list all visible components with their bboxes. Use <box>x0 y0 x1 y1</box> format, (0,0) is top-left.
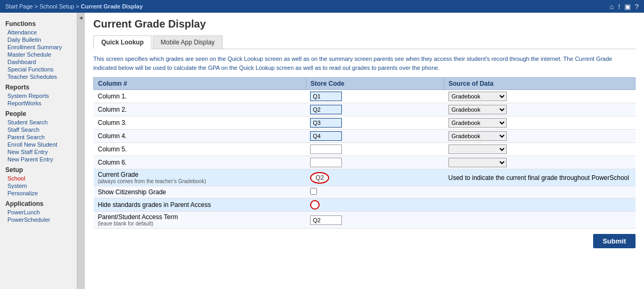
sidebar-item-special-functions[interactable]: Special Functions <box>0 66 84 73</box>
table-row: Column 6. Gradebook Historical <box>94 156 636 169</box>
hide-standards-label: Hide standards grades in Parent Access <box>94 198 306 212</box>
col-header-column: Column # <box>94 78 306 90</box>
col6-store-input[interactable] <box>310 158 342 167</box>
sidebar-item-system-reports[interactable]: System Reports <box>0 92 84 100</box>
col6-source-cell: Gradebook Historical <box>444 156 636 169</box>
col5-label: Column 5. <box>94 143 306 156</box>
col4-label: Column 4. <box>94 130 306 143</box>
col-header-store-code: Store Code <box>306 78 444 90</box>
sidebar-item-reportworks[interactable]: ReportWorks <box>0 100 84 107</box>
sidebar-item-powerlunch[interactable]: PowerLunch <box>0 209 84 216</box>
table-row: Column 3. Gradebook Historical <box>94 116 636 130</box>
col1-source-cell: Gradebook Historical <box>444 90 636 103</box>
current-grade-circle: Q2 <box>310 172 329 184</box>
sidebar: ◄ Functions Attendance Daily Bulletin En… <box>0 13 85 289</box>
submit-button[interactable]: Submit <box>593 234 636 248</box>
col6-store-cell <box>306 156 444 169</box>
print-icon[interactable]: ▣ <box>624 3 631 11</box>
sidebar-item-enroll-new-student[interactable]: Enroll New Student <box>0 141 84 148</box>
sidebar-section-setup: Setup <box>0 163 84 175</box>
col4-store-cell <box>306 130 444 143</box>
top-bar-icons: ⌂ ! ▣ ? <box>610 3 639 11</box>
sidebar-item-staff-search[interactable]: Staff Search <box>0 126 84 133</box>
sidebar-item-enrollment-summary[interactable]: Enrollment Summary <box>0 43 84 51</box>
table-row: Column 4. Gradebook Historical <box>94 130 636 143</box>
sidebar-item-parent-search[interactable]: Parent Search <box>0 133 84 141</box>
col1-label: Column 1. <box>94 90 306 103</box>
access-term-store-cell <box>306 212 444 229</box>
hide-standards-cell <box>306 198 444 212</box>
col5-source-select[interactable]: Gradebook Historical <box>448 144 507 154</box>
sidebar-section-reports: Reports <box>0 80 84 92</box>
table-row: Column 2. Gradebook Historical <box>94 103 636 116</box>
col4-store-input[interactable] <box>310 131 342 141</box>
col3-store-cell <box>306 116 444 130</box>
hide-standards-circle-checkbox[interactable] <box>310 200 320 210</box>
breadcrumb-start[interactable]: Start Page <box>5 3 33 10</box>
col4-source-select[interactable]: Gradebook Historical <box>448 131 507 141</box>
col2-store-input[interactable] <box>310 105 342 114</box>
main-layout: ◄ Functions Attendance Daily Bulletin En… <box>0 13 644 289</box>
breadcrumb-current: Current Grade Display <box>81 3 143 10</box>
submit-row: Submit <box>93 229 636 250</box>
col3-source-cell: Gradebook Historical <box>444 116 636 130</box>
content-area: Current Grade Display Quick Lookup Mobil… <box>85 13 644 289</box>
show-citizenship-label: Show Citizenship Grade <box>94 186 306 198</box>
col2-source-select[interactable]: Gradebook Historical <box>448 105 507 114</box>
table-row: Column 5. Gradebook Historical <box>94 143 636 156</box>
help-icon[interactable]: ? <box>635 3 639 11</box>
current-grade-label: Current Grade (always comes from the tea… <box>94 169 306 186</box>
sidebar-item-attendance[interactable]: Attendance <box>0 29 84 36</box>
sidebar-collapse-button[interactable]: ◄ <box>77 13 84 289</box>
tab-mobile-app-display[interactable]: Mobile App Display <box>153 35 223 49</box>
col2-label: Column 2. <box>94 103 306 116</box>
col1-store-cell <box>306 90 444 103</box>
show-citizenship-checkbox[interactable] <box>310 188 317 195</box>
sidebar-item-dashboard[interactable]: Dashboard <box>0 58 84 66</box>
tab-quick-lookup[interactable]: Quick Lookup <box>93 35 152 49</box>
sidebar-item-teacher-schedules[interactable]: Teacher Schedules <box>0 73 84 80</box>
col4-source-cell: Gradebook Historical <box>444 130 636 143</box>
sidebar-section-people: People <box>0 107 84 119</box>
col6-label: Column 6. <box>94 156 306 169</box>
current-grade-description: Used to indicate the current final grade… <box>444 169 636 186</box>
col5-source-cell: Gradebook Historical <box>444 143 636 156</box>
breadcrumb-school-setup[interactable]: School Setup <box>40 3 74 10</box>
col5-store-cell <box>306 143 444 156</box>
col5-store-input[interactable] <box>310 144 342 154</box>
col3-store-input[interactable] <box>310 118 342 128</box>
table-row: Column 1. Gradebook Historical <box>94 90 636 103</box>
col3-label: Column 3. <box>94 116 306 130</box>
grade-table: Column # Store Code Source of Data Colum… <box>93 77 636 229</box>
sidebar-section-applications: Applications <box>0 197 84 209</box>
sidebar-item-new-staff-entry[interactable]: New Staff Entry <box>0 148 84 156</box>
breadcrumb: Start Page > School Setup > Current Grad… <box>5 3 143 10</box>
sidebar-item-daily-bulletin[interactable]: Daily Bulletin <box>0 36 84 43</box>
alert-icon[interactable]: ! <box>618 3 620 11</box>
home-icon[interactable]: ⌂ <box>610 3 614 11</box>
col3-source-select[interactable]: Gradebook Historical <box>448 118 507 128</box>
col-header-source: Source of Data <box>444 78 636 90</box>
access-term-input[interactable] <box>310 215 342 225</box>
access-term-label: Parent/Student Access Term (leave blank … <box>94 212 306 229</box>
sidebar-item-powerscheduler[interactable]: PowerScheduler <box>0 216 84 223</box>
show-citizenship-cell <box>306 186 444 198</box>
current-grade-row: Current Grade (always comes from the tea… <box>94 169 636 186</box>
top-bar: Start Page > School Setup > Current Grad… <box>0 0 644 13</box>
sidebar-item-school[interactable]: School <box>0 175 84 182</box>
col1-store-input[interactable] <box>310 92 342 101</box>
show-citizenship-row: Show Citizenship Grade <box>94 186 636 198</box>
sidebar-item-student-search[interactable]: Student Search <box>0 119 84 126</box>
current-grade-store-cell: Q2 <box>306 169 444 186</box>
page-title: Current Grade Display <box>93 18 636 30</box>
hide-standards-row: Hide standards grades in Parent Access <box>94 198 636 212</box>
sidebar-item-new-parent-entry[interactable]: New Parent Entry <box>0 156 84 163</box>
sidebar-item-master-schedule[interactable]: Master Schedule <box>0 51 84 58</box>
tab-bar: Quick Lookup Mobile App Display <box>93 35 636 49</box>
sidebar-item-system[interactable]: System <box>0 182 84 189</box>
col2-store-cell <box>306 103 444 116</box>
col1-source-select[interactable]: Gradebook Historical <box>448 92 507 101</box>
sidebar-item-personalize[interactable]: Personalize <box>0 189 84 197</box>
info-text: This screen specifies which grades are s… <box>93 55 636 72</box>
col6-source-select[interactable]: Gradebook Historical <box>448 158 507 167</box>
